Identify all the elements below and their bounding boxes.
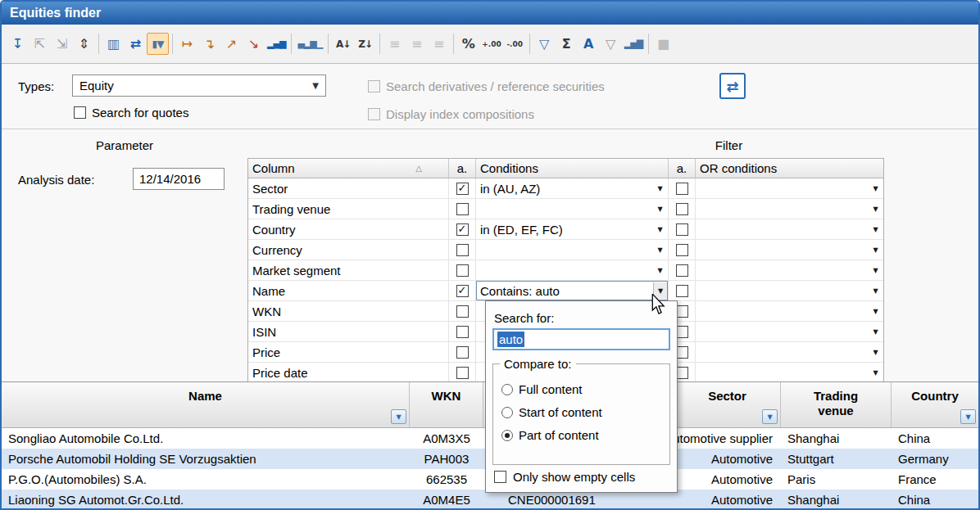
or-condition-cell[interactable] <box>696 178 883 198</box>
column-header[interactable]: Column △ <box>248 159 449 178</box>
or-dropdown-button[interactable] <box>869 201 882 217</box>
filter-column-name[interactable]: Price date <box>248 363 449 381</box>
refresh-button[interactable]: ⇄ <box>719 73 746 99</box>
column-filter-button[interactable] <box>391 409 406 424</box>
bar-values-icon[interactable]: ▂▄▆ <box>265 33 288 55</box>
or-checkbox[interactable] <box>676 244 688 256</box>
condition-dropdown-button[interactable] <box>653 221 667 237</box>
and-checkbox[interactable] <box>456 203 469 215</box>
or-conditions-header[interactable]: OR conditions <box>696 159 883 178</box>
or-condition-cell[interactable] <box>696 301 883 321</box>
arrow-up-chart-icon[interactable]: ↗ <box>220 33 243 55</box>
and-checkbox[interactable] <box>456 346 469 359</box>
or-dropdown-button[interactable] <box>869 221 882 237</box>
and-checkbox[interactable] <box>456 305 469 318</box>
filter-column-name[interactable]: Trading venue <box>248 199 449 219</box>
filter-column-name[interactable]: ISIN <box>248 322 449 341</box>
period-columns-icon[interactable]: ▥ <box>102 33 125 55</box>
or-dropdown-button[interactable] <box>869 323 882 340</box>
radio-part-of-content[interactable]: Part of content <box>501 428 599 442</box>
column-filter-button[interactable] <box>762 409 778 424</box>
or-dropdown-button[interactable] <box>869 344 882 360</box>
sort-ascending-icon[interactable]: A↓ <box>332 33 354 55</box>
funnel-icon[interactable]: ▽ <box>600 33 622 55</box>
filter-column-name[interactable]: Price <box>248 342 449 362</box>
refresh-data-icon[interactable]: ⇄ <box>125 33 147 55</box>
or-dropdown-button[interactable] <box>869 303 882 319</box>
or-dropdown-button[interactable] <box>869 364 882 381</box>
condition-cell[interactable] <box>476 240 669 260</box>
or-condition-cell[interactable] <box>696 260 883 280</box>
chart-icon[interactable]: ▂▅▇ <box>622 33 645 55</box>
shrink-window-icon[interactable]: ⇱ <box>29 33 51 55</box>
or-and-header[interactable]: a. <box>669 159 696 178</box>
increase-decimal-icon[interactable]: +.00 <box>479 33 503 55</box>
analysis-date-input[interactable] <box>133 168 225 190</box>
filter-view-icon[interactable]: ▮▼ <box>147 33 169 55</box>
filter-column-name[interactable]: Market segment <box>248 260 449 280</box>
and-checkbox[interactable] <box>456 183 469 195</box>
align-center-icon[interactable]: ≡ <box>406 33 428 55</box>
condition-cell[interactable] <box>476 260 669 280</box>
radio-start-of-content[interactable]: Start of content <box>501 405 602 419</box>
or-checkbox[interactable] <box>676 203 688 215</box>
align-right-icon[interactable]: ≡ <box>428 33 450 55</box>
or-dropdown-button[interactable] <box>869 180 882 196</box>
and-checkbox[interactable] <box>456 264 469 277</box>
or-checkbox[interactable] <box>676 264 688 277</box>
percent-icon[interactable]: % <box>457 33 479 55</box>
filter-column-name[interactable]: Name <box>248 281 449 300</box>
export-icon[interactable]: ↧ <box>7 33 29 55</box>
or-condition-cell[interactable] <box>696 322 883 341</box>
and-checkbox[interactable] <box>456 367 469 379</box>
or-condition-cell[interactable] <box>696 240 883 260</box>
titlebar[interactable]: Equities finder <box>2 2 978 25</box>
or-dropdown-button[interactable] <box>869 241 882 258</box>
or-checkbox[interactable] <box>676 183 688 195</box>
condition-cell[interactable]: in (AU, AZ) <box>476 178 669 198</box>
histogram-icon[interactable]: ▄▂▆▁ <box>295 33 324 55</box>
condition-dropdown-button[interactable] <box>653 201 667 217</box>
or-condition-cell[interactable] <box>696 281 883 300</box>
search-input[interactable]: auto <box>492 328 670 350</box>
fit-height-icon[interactable]: ⇕ <box>73 33 95 55</box>
filter-column-name[interactable]: Currency <box>248 240 449 260</box>
search-quotes-checkbox[interactable] <box>74 106 86 119</box>
font-icon[interactable]: A <box>578 33 600 55</box>
condition-combobox[interactable]: Contains: auto <box>476 281 669 300</box>
or-dropdown-button[interactable] <box>869 262 882 278</box>
or-checkbox[interactable] <box>676 285 688 297</box>
decrease-decimal-icon[interactable]: -.00 <box>504 33 526 55</box>
expand-window-icon[interactable]: ⇲ <box>51 33 73 55</box>
arrow-right-chart-icon[interactable]: ↦ <box>176 33 198 55</box>
and-header[interactable]: a. <box>449 159 476 178</box>
header-country[interactable]: Country <box>892 382 978 427</box>
condition-dropdown-button[interactable] <box>653 241 667 258</box>
sort-descending-icon[interactable]: Z↓ <box>354 33 376 55</box>
filter-column-name[interactable]: WKN <box>248 301 449 321</box>
filter-column-name[interactable]: Country <box>248 219 449 239</box>
arrow-down-chart-icon[interactable]: ↴ <box>198 33 220 55</box>
header-trading-venue[interactable]: Trading venue <box>781 382 892 427</box>
or-checkbox[interactable] <box>676 223 688 236</box>
condition-cell[interactable]: in (ED, EF, FC) <box>476 219 669 239</box>
sum-icon[interactable]: Σ <box>556 33 578 55</box>
column-filter-button[interactable] <box>960 409 976 424</box>
and-checkbox[interactable] <box>456 244 469 256</box>
and-checkbox[interactable] <box>456 285 469 297</box>
or-condition-cell[interactable] <box>696 363 883 381</box>
types-select[interactable]: Equity ▼ <box>72 74 326 97</box>
arrow-down-red-icon[interactable]: ↘ <box>243 33 265 55</box>
condition-dropdown-button[interactable] <box>653 180 667 196</box>
filter-column-name[interactable]: Sector <box>248 178 449 198</box>
filter-funnel-icon[interactable]: ▽ <box>533 33 556 55</box>
only-empty-cells-option[interactable]: Only show empty cells <box>494 470 635 484</box>
condition-dropdown-button[interactable] <box>653 262 667 278</box>
radio-full-content[interactable]: Full content <box>501 382 583 396</box>
or-condition-cell[interactable] <box>696 219 883 239</box>
or-condition-cell[interactable] <box>696 199 883 219</box>
conditions-header[interactable]: Conditions <box>476 159 669 178</box>
header-name[interactable]: Name <box>2 382 410 427</box>
and-checkbox[interactable] <box>456 326 469 338</box>
only-empty-cells-checkbox[interactable] <box>494 471 506 483</box>
